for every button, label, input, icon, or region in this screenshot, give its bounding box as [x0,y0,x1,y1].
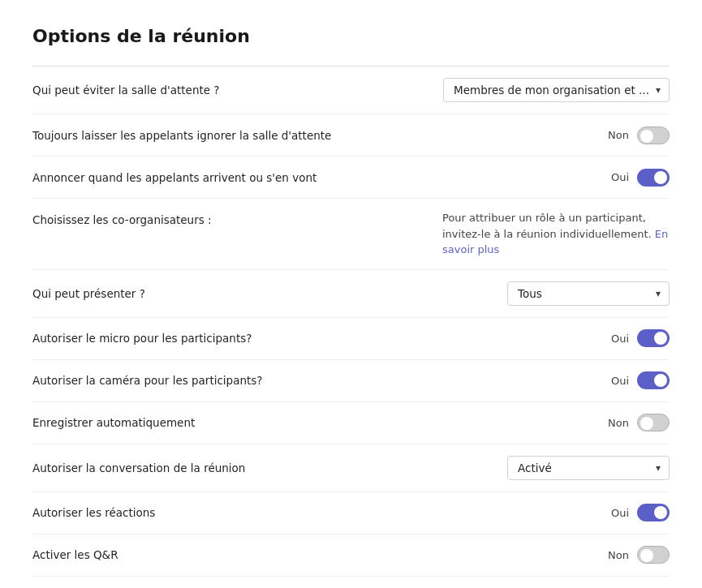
settings-row-record: Enregistrer automatiquement Non [32,402,670,444]
chevron-down-icon: ▾ [656,84,661,96]
toggle-label-always-bypass: Non [608,129,629,141]
settings-row-announce: Annoncer quand les appelants arrivent ou… [32,157,670,199]
dropdown-value-chat: Activé [518,461,552,474]
info-text-co-org: Pour attribuer un rôle à un participant,… [442,210,670,258]
chevron-down-icon: ▾ [656,288,661,299]
toggle-label-qna: Non [608,549,629,561]
toggle-thumb-qna [640,549,653,562]
settings-row-co-org: Choisissez les co-organisateurs : Pour a… [32,199,670,270]
settings-row-reactions: Autoriser les réactions Oui [32,492,670,534]
settings-row-presenter: Qui peut présenter ? Tous ▾ [32,270,670,318]
toggle-reactions[interactable] [637,504,670,521]
dropdown-lobby[interactable]: Membres de mon organisation et ... ▾ [443,78,670,102]
settings-row-qna: Activer les Q&R Non [32,534,670,577]
toggle-record[interactable] [637,414,670,431]
settings-row-cart: Fournir des sous-titres CART Non [32,577,670,589]
row-label-lobby: Qui peut éviter la salle d'attente ? [32,84,443,97]
row-label-mic: Autoriser le micro pour les participants… [32,332,459,345]
toggle-label-mic: Oui [611,333,629,345]
toggle-thumb-reactions [654,506,667,519]
toggle-always-bypass[interactable] [637,127,670,144]
dropdown-chat[interactable]: Activé ▾ [507,456,670,480]
toggle-thumb-camera [654,374,667,387]
toggle-announce[interactable] [637,169,670,187]
row-label-qna: Activer les Q&R [32,548,459,561]
row-label-presenter: Qui peut présenter ? [32,287,459,300]
toggle-mic[interactable] [637,329,670,347]
dropdown-value-lobby: Membres de mon organisation et ... [454,84,649,97]
row-label-co-org: Choisissez les co-organisateurs : [32,210,442,226]
toggle-thumb-announce [654,171,667,184]
dropdown-value-presenter: Tous [518,287,542,300]
row-label-chat: Autoriser la conversation de la réunion [32,461,459,474]
settings-row-mic: Autoriser le micro pour les participants… [32,318,670,360]
row-label-reactions: Autoriser les réactions [32,506,459,519]
toggle-qna[interactable] [637,546,670,564]
settings-row-camera: Autoriser la caméra pour les participant… [32,360,670,402]
chevron-down-icon: ▾ [656,462,661,474]
toggle-label-announce: Oui [611,171,629,183]
page-title: Options de la réunion [32,26,670,46]
settings-row-chat: Autoriser la conversation de la réunion … [32,444,670,492]
toggle-thumb-record [640,417,653,430]
options-container: Options de la réunion Qui peut éviter la… [0,0,702,588]
settings-rows: Qui peut éviter la salle d'attente ? Mem… [32,67,670,588]
settings-row-always-bypass: Toujours laisser les appelants ignorer l… [32,114,670,157]
dropdown-presenter[interactable]: Tous ▾ [507,281,670,306]
row-label-record: Enregistrer automatiquement [32,416,459,429]
info-link-co-org[interactable]: En savoir plus [442,228,668,256]
toggle-label-record: Non [608,417,629,429]
settings-row-lobby: Qui peut éviter la salle d'attente ? Mem… [32,67,670,114]
row-label-camera: Autoriser la caméra pour les participant… [32,374,459,387]
row-label-always-bypass: Toujours laisser les appelants ignorer l… [32,129,459,142]
row-label-announce: Annoncer quand les appelants arrivent ou… [32,171,459,184]
toggle-label-camera: Oui [611,375,629,387]
toggle-label-reactions: Oui [611,507,629,519]
toggle-thumb-always-bypass [640,130,653,143]
toggle-camera[interactable] [637,371,670,389]
toggle-thumb-mic [654,332,667,345]
